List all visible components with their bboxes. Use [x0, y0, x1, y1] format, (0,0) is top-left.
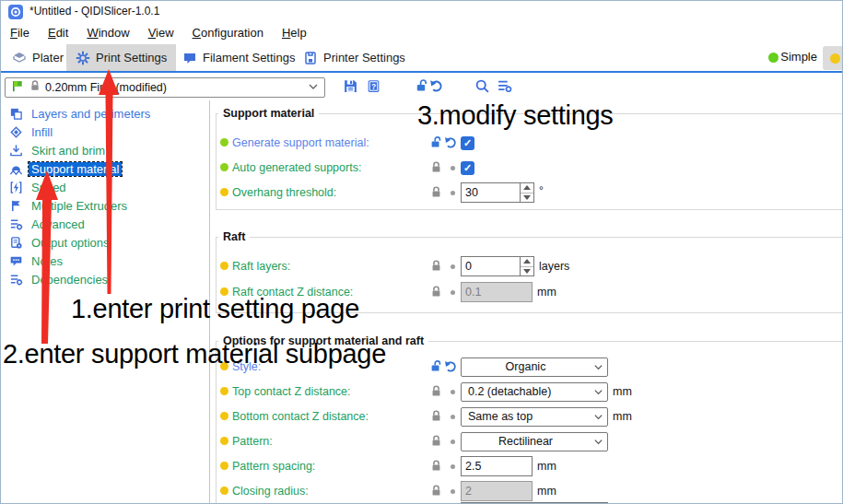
text-input[interactable]: 2.5 [461, 456, 533, 476]
setting-status-dot [220, 437, 228, 445]
settings-panel: Support materialGenerate support materia… [210, 100, 842, 503]
tab-bar: PlaterPrint SettingsFilament SettingsPri… [1, 44, 842, 73]
lock-closed-icon[interactable] [429, 459, 443, 476]
tab-label: Printer Settings [323, 51, 405, 64]
chevron-down-icon [308, 79, 319, 96]
sidebar-item-support-material[interactable]: Support material [1, 159, 209, 178]
settings-layout-button[interactable] [494, 77, 514, 98]
setting-row-style: Style:Organic [217, 357, 843, 377]
sidebar-item-skirt-and-brim[interactable]: Skirt and brim [1, 141, 209, 159]
infill-icon [8, 125, 23, 139]
tab-filament-settings[interactable]: Filament Settings [173, 44, 304, 71]
filament-icon [182, 51, 197, 65]
setting-label: Top contact Z distance: [232, 385, 351, 398]
undo-icon[interactable] [444, 359, 458, 377]
menu-edit[interactable]: Edit [39, 23, 77, 40]
sidebar-item-multiple-extruders[interactable]: Multiple Extruders [1, 196, 209, 215]
preset-combobox[interactable]: 0.20mm Fine (modified) [5, 77, 325, 98]
setting-label: Style: [232, 360, 261, 373]
tab-print-settings[interactable]: Print Settings [66, 44, 176, 71]
sidebar-item-label: Layers and perimeters [29, 107, 153, 121]
advanced-icon [8, 217, 23, 231]
tab-plater[interactable]: Plater [3, 44, 73, 71]
undo-icon[interactable] [444, 135, 458, 153]
unchanged-dot-icon [451, 440, 455, 444]
menu-file[interactable]: File [1, 23, 39, 40]
menu-view[interactable]: View [139, 23, 183, 40]
speed-icon [8, 181, 23, 194]
spin-up-icon[interactable] [521, 257, 533, 266]
lock-closed-icon[interactable] [429, 384, 443, 402]
setting-status-dot [220, 462, 228, 470]
spinner-buttons[interactable] [520, 183, 533, 202]
search-button[interactable] [472, 77, 492, 98]
extruders-icon [8, 199, 23, 213]
dropdown-select[interactable]: Organic [461, 357, 608, 377]
mode-label[interactable]: Simple [780, 50, 817, 64]
menu-help[interactable]: Help [273, 23, 316, 40]
setting-row-bottom-contact-z-distance: Bottom contact Z distance:Same as topmm [217, 406, 843, 427]
undo-icon [429, 78, 444, 97]
menu-configuration[interactable]: Configuration [183, 23, 273, 40]
lock-closed-icon[interactable] [429, 484, 443, 501]
setting-label: Generate support material: [232, 136, 369, 149]
mode-next-button[interactable] [823, 46, 843, 70]
unchanged-dot-icon [451, 390, 455, 394]
tab-label: Print Settings [96, 51, 167, 64]
sidebar-item-dependencies[interactable]: Dependencies [1, 270, 209, 288]
dropdown-select[interactable]: Rectilinear [461, 432, 608, 451]
lock-closed-icon[interactable] [429, 160, 443, 178]
lock-closed-icon[interactable] [429, 185, 443, 203]
sidebar-item-infill[interactable]: Infill [1, 123, 209, 141]
settings-list-icon [497, 78, 512, 98]
chevron-down-icon [590, 387, 607, 397]
unchanged-dot-icon [451, 166, 455, 170]
save-preset-button[interactable] [340, 77, 360, 98]
sidebar-item-advanced[interactable]: Advanced [1, 215, 209, 233]
section-title: Options for support material and raft [218, 334, 428, 347]
sidebar-item-label: Dependencies [29, 273, 111, 287]
spin-up-icon[interactable] [521, 183, 533, 193]
checkbox[interactable] [461, 136, 474, 150]
mode-next-dot-icon [830, 53, 840, 64]
setting-row-auto-generated-supports: Auto generated supports: [217, 158, 843, 178]
dropdown-select[interactable]: 0.2 (detachable) [461, 382, 608, 402]
sidebar-item-label: Output options [29, 236, 112, 250]
menu-window[interactable]: Window [77, 23, 138, 40]
unit-suffix: mm [537, 460, 556, 473]
layers-icon [8, 107, 23, 121]
setting-status-dot [220, 163, 228, 171]
sidebar-item-output-options[interactable]: Output options [1, 233, 209, 252]
menu-bar: FileEditWindowViewConfigurationHelp [1, 23, 842, 44]
lock-closed-icon[interactable] [429, 409, 443, 427]
output-options-icon [8, 236, 23, 250]
unit-suffix: mm [537, 286, 556, 299]
question-book-icon: ? [366, 78, 381, 98]
spin-input[interactable]: 30 [461, 182, 534, 203]
spin-input[interactable]: 0 [461, 256, 534, 276]
lock-open-icon [415, 78, 429, 97]
lock-open-icon[interactable] [429, 135, 443, 153]
spin-down-icon[interactable] [521, 266, 533, 276]
sidebar-item-speed[interactable]: Speed [1, 178, 209, 196]
settings-category-list: Layers and perimetersInfillSkirt and bri… [1, 100, 210, 503]
unit-suffix: mm [537, 485, 556, 498]
setting-label: Raft layers: [232, 260, 290, 273]
tab-printer-settings[interactable]: Printer Settings [294, 44, 415, 71]
sidebar-item-layers-and-perimeters[interactable]: Layers and perimeters [1, 104, 209, 123]
lock-closed-icon[interactable] [429, 259, 443, 276]
dropdown-select[interactable]: Same as top [461, 407, 608, 427]
spin-down-icon[interactable] [521, 193, 533, 203]
sidebar-item-notes[interactable]: Notes [1, 252, 209, 270]
setting-status-dot [220, 412, 228, 420]
revert-preset-button[interactable] [415, 77, 444, 98]
sidebar-item-label: Advanced [29, 217, 88, 231]
lock-closed-icon[interactable] [429, 434, 443, 451]
setting-row-generate-support-material: Generate support material: [217, 133, 843, 153]
spinner-buttons[interactable] [520, 257, 533, 275]
lock-closed-icon [29, 79, 41, 96]
compare-presets-button[interactable]: ? [363, 77, 383, 98]
checkbox[interactable] [461, 161, 474, 175]
lock-open-icon[interactable] [429, 359, 443, 377]
lock-closed-icon[interactable] [429, 285, 443, 302]
